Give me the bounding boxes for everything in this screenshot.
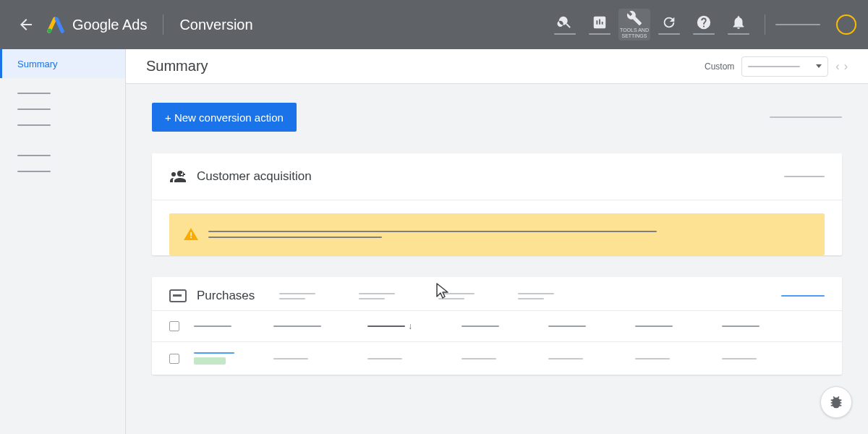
feedback-fab[interactable]: [820, 386, 852, 418]
alert-text-line: [208, 231, 657, 232]
account-avatar[interactable]: [836, 14, 856, 35]
purchases-card: Purchases ↓: [152, 277, 842, 375]
tools-settings-button[interactable]: TOOLS AND SETTINGS: [618, 9, 650, 41]
table-column-header[interactable]: [273, 326, 353, 327]
purchases-icon: [169, 289, 187, 302]
sidebar-item-placeholder[interactable]: [17, 155, 51, 156]
sidebar-item-placeholder[interactable]: [17, 93, 51, 94]
header-divider: [163, 14, 163, 35]
bug-icon: [828, 394, 844, 410]
main-content: Summary Custom ‹ › + New conversion acti…: [126, 49, 868, 434]
sidebar-item-placeholder[interactable]: [17, 124, 51, 126]
header-placeholder-line: [770, 116, 842, 118]
table-row[interactable]: [152, 342, 842, 375]
row-checkbox[interactable]: [169, 354, 179, 364]
svg-point-0: [48, 29, 52, 33]
table-cell: [548, 358, 621, 359]
purchases-link-placeholder[interactable]: [781, 295, 825, 297]
header-page-label: Conversion: [179, 17, 252, 33]
google-ads-logo-icon: [46, 15, 65, 34]
product-logo: Google Ads: [46, 15, 147, 34]
table-cell: [273, 358, 353, 359]
app-header: Google Ads Conversion TOOLS AND SETTINGS: [0, 0, 868, 49]
table-column-header[interactable]: [635, 326, 707, 327]
page-title: Summary: [146, 58, 208, 75]
table-cell: [194, 352, 259, 365]
page-header: Summary Custom ‹ ›: [126, 49, 868, 84]
purchases-title: Purchases: [197, 289, 255, 303]
product-name: Google Ads: [72, 17, 147, 33]
customer-acquisition-icon: [169, 168, 187, 185]
header-separator: [765, 14, 765, 35]
new-conversion-action-button[interactable]: + New conversion action: [152, 103, 297, 132]
table-header-row: ↓: [152, 310, 842, 342]
metric-placeholder: [279, 293, 315, 299]
warning-icon: [184, 228, 198, 240]
table-column-header-sorted[interactable]: ↓: [367, 321, 447, 331]
table-cell: [722, 358, 794, 359]
help-icon[interactable]: [688, 9, 720, 41]
header-actions: TOOLS AND SETTINGS: [549, 9, 856, 41]
metric-placeholder: [359, 293, 395, 299]
refresh-icon[interactable]: [653, 9, 685, 41]
date-range-label: Custom: [705, 61, 734, 72]
sidebar: Summary: [0, 49, 126, 434]
metric-placeholder: [518, 293, 554, 299]
date-next-button[interactable]: ›: [844, 60, 848, 73]
warning-alert: [169, 213, 825, 255]
sidebar-item-summary[interactable]: Summary: [0, 49, 125, 78]
date-prev-button[interactable]: ‹: [835, 60, 839, 73]
table-column-header[interactable]: [461, 326, 534, 327]
tools-settings-label: TOOLS AND SETTINGS: [618, 27, 650, 38]
table-cell: [367, 358, 447, 359]
sidebar-item-placeholder[interactable]: [17, 171, 51, 172]
customer-acquisition-title: Customer acquisition: [197, 169, 312, 184]
select-all-checkbox[interactable]: [169, 321, 179, 331]
table-column-header[interactable]: [722, 326, 794, 327]
alert-text-line: [208, 237, 382, 238]
table-column-header[interactable]: [194, 326, 259, 327]
search-icon[interactable]: [549, 9, 581, 41]
table-cell: [635, 358, 707, 359]
reports-icon[interactable]: [584, 9, 616, 41]
metric-placeholder: [438, 293, 475, 299]
card-action-placeholder[interactable]: [784, 176, 825, 177]
date-range-dropdown[interactable]: [741, 56, 828, 77]
sidebar-item-placeholder[interactable]: [17, 109, 51, 110]
chevron-down-icon: [816, 64, 822, 68]
back-button[interactable]: [12, 10, 41, 39]
notifications-icon[interactable]: [723, 9, 754, 41]
date-pager: ‹ ›: [835, 60, 848, 73]
table-column-header[interactable]: [548, 326, 621, 327]
table-cell: [461, 358, 534, 359]
customer-acquisition-card: Customer acquisition: [152, 153, 842, 255]
account-placeholder: [775, 24, 820, 25]
